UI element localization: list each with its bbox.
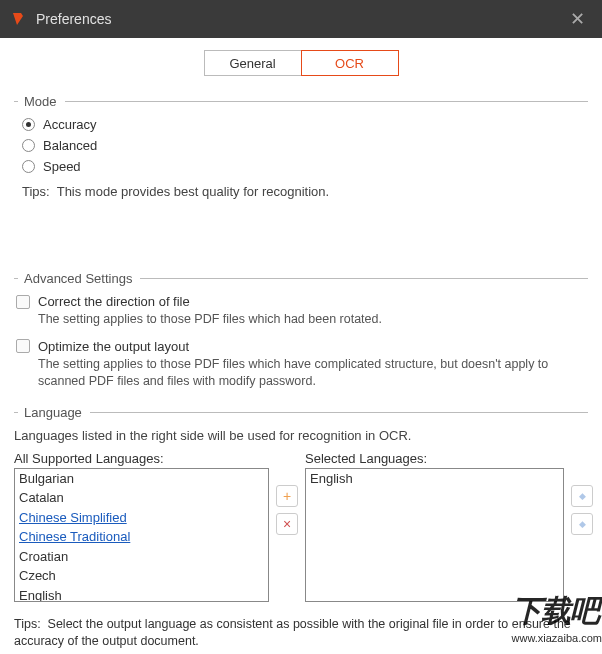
language-group: Language [14,405,588,420]
tab-general[interactable]: General [204,50,302,76]
add-language-button[interactable]: + [276,485,298,507]
advanced-legend: Advanced Settings [14,271,588,286]
selected-languages-label: Selected Languages: [305,451,564,466]
list-item[interactable]: Chinese Traditional [15,527,268,547]
move-up-button[interactable]: ◆ [571,485,593,507]
list-item[interactable]: English [306,469,563,489]
mode-group: Mode Accuracy Balanced Speed Tips: This … [14,94,588,199]
radio-speed[interactable]: Speed [22,159,588,174]
remove-language-button[interactable]: × [276,513,298,535]
window-title: Preferences [36,11,562,27]
titlebar: Preferences ✕ [0,0,602,38]
radio-balanced[interactable]: Balanced [22,138,588,153]
checkbox-correct-direction[interactable]: Correct the direction of file [16,294,588,309]
checkbox-icon [16,295,30,309]
reorder-controls: ◆ ◆ [564,451,600,602]
optimize-desc: The setting applies to those PDF files w… [38,356,588,391]
checkbox-label: Optimize the output layout [38,339,189,354]
mode-tips: Tips: This mode provides best quality fo… [22,184,588,199]
list-item[interactable]: Croatian [15,547,268,567]
tab-ocr[interactable]: OCR [301,50,399,76]
radio-label: Balanced [43,138,97,153]
list-item[interactable]: Chinese Simplified [15,508,268,528]
list-item[interactable]: Czech [15,566,268,586]
list-item[interactable]: Bulgarian [15,469,268,489]
radio-icon [22,160,35,173]
checkbox-label: Correct the direction of file [38,294,190,309]
radio-icon [22,139,35,152]
radio-icon [22,118,35,131]
tabs: General OCR [2,50,600,76]
correct-desc: The setting applies to those PDF files w… [38,311,588,329]
language-columns: All Supported Languages: BulgarianCatala… [14,451,600,602]
close-icon[interactable]: ✕ [562,8,592,30]
all-languages-label: All Supported Languages: [14,451,269,466]
advanced-group: Advanced Settings Correct the direction … [14,271,588,391]
radio-label: Accuracy [43,117,96,132]
radio-label: Speed [43,159,81,174]
list-item[interactable]: English [15,586,268,602]
language-legend: Language [14,405,588,420]
checkbox-icon [16,339,30,353]
all-languages-list[interactable]: BulgarianCatalanChinese SimplifiedChines… [14,468,269,602]
radio-accuracy[interactable]: Accuracy [22,117,588,132]
mode-legend: Mode [14,94,588,109]
language-intro: Languages listed in the right side will … [14,428,600,443]
move-down-button[interactable]: ◆ [571,513,593,535]
checkbox-optimize-layout[interactable]: Optimize the output layout [16,339,588,354]
selected-languages-list[interactable]: English [305,468,564,602]
bottom-tips: Tips: Select the output language as cons… [14,616,588,655]
list-item[interactable]: Catalan [15,488,268,508]
app-logo-icon [10,11,26,27]
add-remove-controls: + × [269,451,305,602]
